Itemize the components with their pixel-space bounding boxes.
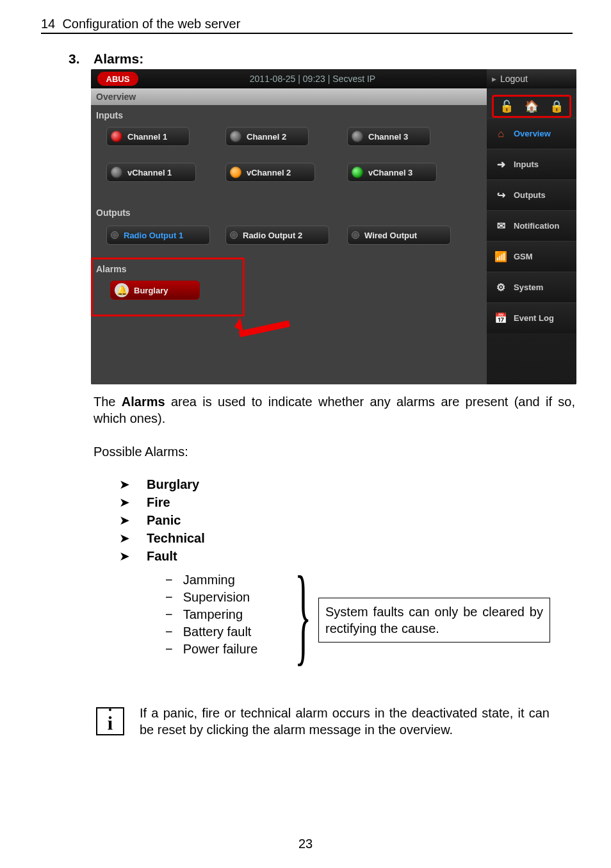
group-outputs-label: Outputs — [96, 208, 131, 218]
section-number: 3. — [69, 51, 80, 67]
sidebar-item-notification[interactable]: ✉Notification — [487, 210, 576, 241]
alarm-type-technical: Technical — [119, 530, 205, 546]
topbar-datetime: 2011-08-25 | 09:23 | Secvest IP — [138, 74, 487, 84]
brand-badge: ABUS — [97, 72, 138, 86]
status-dot-grey — [352, 131, 363, 142]
fault-battery: Battery fault — [165, 625, 257, 639]
alarm-burglary[interactable]: 🔔Burglary — [110, 281, 200, 300]
page-number: 23 — [0, 837, 611, 851]
inputs-icon: ➜ — [493, 158, 509, 170]
alarms-description: The Alarms area is used to indicate whet… — [94, 393, 575, 427]
mail-icon: ✉ — [493, 220, 509, 232]
sidebar-item-eventlog[interactable]: 📅Event Log — [487, 302, 576, 333]
page-header: 14 Configuration of the web server — [41, 17, 573, 34]
channel-2[interactable]: Channel 2 — [225, 127, 309, 146]
group-inputs-label: Inputs — [96, 110, 123, 120]
vchannel-3[interactable]: vChannel 3 — [347, 163, 437, 182]
wired-output[interactable]: Wired Output — [347, 225, 451, 245]
fault-supervision: Supervision — [165, 590, 257, 605]
curly-brace: } — [295, 561, 311, 670]
radio-output-1[interactable]: Radio Output 1 — [106, 225, 210, 245]
fault-jamming: Jamming — [165, 573, 257, 587]
sidebar-item-gsm[interactable]: 📶GSM — [487, 241, 576, 272]
radio-output-2[interactable]: Radio Output 2 — [225, 225, 329, 245]
outputs-icon: ↪ — [493, 189, 509, 201]
sidebar-item-outputs[interactable]: ↪Outputs — [487, 179, 576, 210]
partlock-icon: 🏠 — [525, 99, 539, 113]
chapter-title: Configuration of the web server — [62, 17, 240, 31]
logout-button[interactable]: Logout — [487, 69, 576, 88]
home-icon: ⌂ — [493, 128, 509, 140]
status-dot-orange — [230, 167, 241, 178]
vchannel-1[interactable]: vChannel 1 — [106, 163, 196, 182]
status-dot-red — [111, 131, 122, 142]
gear-icon: ⚙ — [493, 281, 509, 293]
annotation-arrow — [238, 314, 315, 333]
note-box: System faults can only be cleared by rec… — [318, 598, 550, 643]
fault-sublist: Jamming Supervision Tampering Battery fa… — [165, 573, 257, 659]
app-screenshot: ABUS 2011-08-25 | 09:23 | Secvest IP Log… — [91, 69, 576, 384]
status-dot-tiny — [352, 231, 359, 239]
sidebar-item-system[interactable]: ⚙System — [487, 272, 576, 302]
status-dot-grey — [230, 131, 241, 142]
alarm-types-list: Burglary Fire Panic Technical Fault — [119, 477, 205, 566]
sidebar-item-overview[interactable]: ⌂Overview — [487, 118, 576, 149]
chapter-num: 14 — [41, 17, 55, 31]
alarm-type-burglary: Burglary — [119, 477, 205, 492]
fault-power: Power failure — [165, 642, 257, 657]
info-icon: i — [96, 707, 124, 735]
signal-icon: 📶 — [493, 250, 509, 263]
status-dot-green — [352, 167, 363, 178]
info-paragraph: If a panic, fire or technical alarm occu… — [140, 705, 550, 738]
overview-label: Overview — [91, 88, 487, 105]
calendar-icon: 📅 — [493, 312, 509, 324]
lock-status-box[interactable]: 🔓 🏠 🔒 — [492, 95, 571, 118]
channel-1[interactable]: Channel 1 — [106, 127, 190, 146]
app-topbar: ABUS 2011-08-25 | 09:23 | Secvest IP Log… — [91, 69, 576, 88]
sidebar-item-inputs[interactable]: ➜Inputs — [487, 149, 576, 179]
alarm-type-fault: Fault — [119, 548, 205, 564]
sidebar: 🔓 🏠 🔒 ⌂Overview ➜Inputs ↪Outputs ✉Notifi… — [487, 88, 576, 384]
possible-alarms-label: Possible Alarms: — [94, 445, 188, 459]
channel-3[interactable]: Channel 3 — [347, 127, 430, 146]
alarm-type-fire: Fire — [119, 495, 205, 510]
status-dot-tiny — [230, 231, 238, 239]
bell-icon: 🔔 — [115, 283, 129, 297]
section-title: Alarms: — [94, 51, 143, 67]
fault-tampering: Tampering — [165, 607, 257, 622]
alarm-type-panic: Panic — [119, 512, 205, 528]
unlock-icon: 🔓 — [500, 99, 514, 113]
overview-main: Overview Inputs Channel 1 Channel 2 Chan… — [91, 88, 487, 384]
vchannel-2[interactable]: vChannel 2 — [225, 163, 315, 182]
lock-icon: 🔒 — [550, 99, 564, 113]
status-dot-grey — [111, 167, 122, 178]
status-dot-tiny — [111, 231, 118, 239]
